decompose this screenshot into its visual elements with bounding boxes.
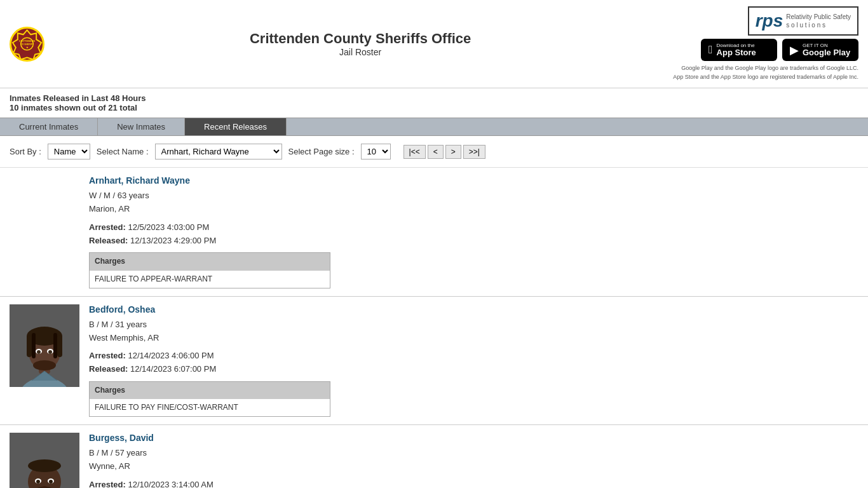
page-header: CRITTENDEN CO SHERIFF ★ Crittenden Count… [0, 0, 868, 88]
inmate-info: Bedford, Oshea B / M / 31 years West Mem… [89, 304, 858, 417]
charges-table: Charges FAILURE TO PAY FINE/COST-WARRANT [89, 381, 330, 417]
arrested-date: Arrested: 12/14/2023 4:06:00 PM [89, 349, 858, 363]
sheriff-badge: CRITTENDEN CO SHERIFF ★ [10, 27, 44, 62]
charges-cell: FAILURE TO PAY FINE/COST-WARRANT [90, 399, 330, 416]
svg-text:CRITTENDEN: CRITTENDEN [19, 39, 35, 43]
inmate-dates: Arrested: 12/14/2023 4:06:00 PM Released… [89, 349, 858, 376]
svg-point-17 [37, 350, 41, 354]
info-bar: Inmates Released in Last 48 Hours 10 inm… [0, 88, 868, 118]
inmate-photo [10, 433, 79, 488]
inmate-list: Arnhart, Richard Wayne W / M / 63 years … [0, 168, 868, 488]
page-size-select[interactable]: 10 25 50 [361, 144, 391, 159]
inmate-row: Burgess, David B / M / 57 years Wynne, A… [0, 425, 868, 488]
controls-bar: Sort By : Name Date Age Select Name : Ar… [0, 136, 868, 168]
page-title: Crittenden County Sheriffs Office [48, 30, 673, 47]
sheriff-badge-container: CRITTENDEN CO SHERIFF ★ [10, 27, 48, 62]
rps-short: rps [756, 11, 783, 31]
page-subtitle: Jail Roster [48, 47, 673, 57]
apple-icon:  [709, 43, 713, 57]
inmate-location: Wynne, AR [89, 460, 858, 473]
photo-placeholder [10, 175, 79, 288]
inmate-info: Burgess, David B / M / 57 years Wynne, A… [89, 433, 858, 488]
svg-rect-13 [32, 333, 36, 358]
charges-header: Charges [90, 253, 330, 270]
svg-point-19 [33, 360, 56, 370]
name-select[interactable]: Arnhart, Richard Wayne Bedford, Oshea Bu… [155, 144, 282, 159]
app-buttons-container:  Download on the App Store ▶ GET IT ON … [701, 39, 858, 61]
pagination-first[interactable]: |<< [403, 145, 426, 159]
inmate-photo [10, 304, 79, 387]
inmate-race-sex-age: W / M / 63 years [89, 189, 858, 203]
inmate-location: West Memphis, AR [89, 332, 858, 345]
inmate-info: Arnhart, Richard Wayne W / M / 63 years … [89, 175, 858, 288]
charges-header: Charges [90, 382, 330, 399]
inmate-detail: W / M / 63 years Marion, AR Arrested: 12… [89, 189, 858, 288]
info-line1: Inmates Released in Last 48 Hours [10, 93, 858, 103]
charges-cell: FAILURE TO APPEAR-WARRANT [90, 271, 330, 288]
inmate-location: Marion, AR [89, 203, 858, 216]
sort-select[interactable]: Name Date Age [48, 144, 90, 159]
svg-text:★: ★ [26, 46, 29, 49]
inmate-race-sex-age: B / M / 31 years [89, 318, 858, 332]
arrested-date: Arrested: 12/5/2023 4:03:00 PM [89, 221, 858, 234]
app-store-text: Download on the App Store [717, 43, 756, 57]
svg-point-25 [28, 459, 61, 472]
rps-full-text: Relativity Public Safety s o l u t i o n… [786, 13, 851, 29]
info-line2: 10 inmates shown out of 21 total [10, 103, 858, 112]
svg-rect-12 [57, 335, 62, 357]
google-play-button[interactable]: ▶ GET IT ON Google Play [782, 39, 858, 61]
tab-new-inmates[interactable]: New Inmates [98, 118, 185, 135]
released-date: Released: 12/13/2023 4:29:00 PM [89, 234, 858, 248]
name-label: Select Name : [97, 147, 149, 156]
pagination-last[interactable]: >>| [463, 145, 485, 159]
inmate-name[interactable]: Burgess, David [89, 433, 154, 443]
svg-point-30 [49, 480, 53, 484]
trademark-text: Google Play and the Google Play logo are… [673, 64, 858, 81]
inmate-race-sex-age: B / M / 57 years [89, 447, 858, 460]
rps-logo: rps Relativity Public Safety s o l u t i… [748, 6, 858, 36]
inmate-name[interactable]: Bedford, Oshea [89, 304, 155, 315]
header-right-block: rps Relativity Public Safety s o l u t i… [673, 6, 858, 81]
pagination: |<< < > >>| [403, 145, 485, 159]
charges-table: Charges FAILURE TO APPEAR-WARRANT [89, 252, 330, 288]
app-store-button[interactable]:  Download on the App Store [701, 39, 777, 61]
header-title-block: Crittenden County Sheriffs Office Jail R… [48, 30, 673, 57]
google-play-text: GET IT ON Google Play [803, 43, 850, 57]
svg-point-29 [36, 480, 40, 484]
arrested-date: Arrested: 12/10/2023 3:14:00 AM [89, 478, 858, 488]
svg-rect-14 [53, 333, 57, 358]
google-play-icon: ▶ [790, 43, 799, 57]
inmate-detail: B / M / 31 years West Memphis, AR Arrest… [89, 318, 858, 417]
pagination-prev[interactable]: < [428, 145, 444, 159]
nav-tabs: Current Inmates New Inmates Recent Relea… [0, 118, 868, 136]
tab-recent-releases[interactable]: Recent Releases [185, 118, 287, 135]
page-size-label: Select Page size : [288, 147, 355, 156]
inmate-name[interactable]: Arnhart, Richard Wayne [89, 175, 190, 186]
svg-point-18 [48, 350, 52, 354]
inmate-dates: Arrested: 12/10/2023 3:14:00 AM Released… [89, 478, 858, 488]
pagination-next[interactable]: > [445, 145, 461, 159]
inmate-dates: Arrested: 12/5/2023 4:03:00 PM Released:… [89, 221, 858, 248]
inmate-row: Arnhart, Richard Wayne W / M / 63 years … [0, 168, 868, 297]
sort-label: Sort By : [10, 147, 41, 156]
tab-current-inmates[interactable]: Current Inmates [0, 118, 98, 135]
svg-rect-11 [27, 335, 32, 357]
released-date: Released: 12/14/2023 6:07:00 PM [89, 363, 858, 376]
inmate-row: Bedford, Oshea B / M / 31 years West Mem… [0, 297, 868, 426]
inmate-detail: B / M / 57 years Wynne, AR Arrested: 12/… [89, 447, 858, 488]
